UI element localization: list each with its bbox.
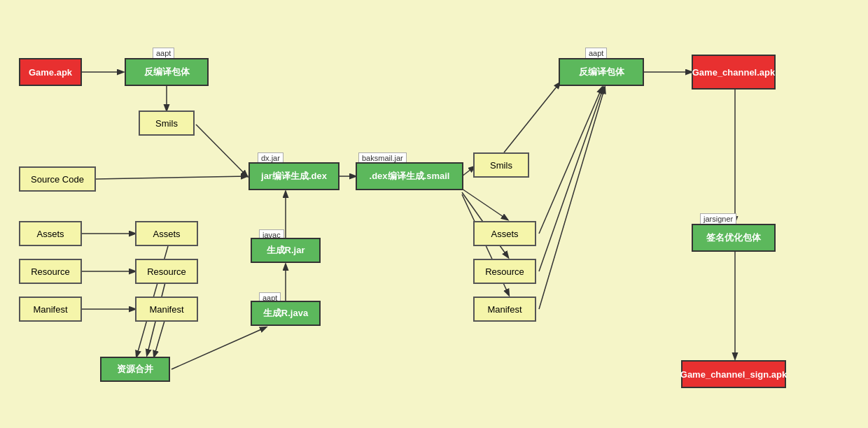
svg-line-3 (96, 176, 247, 179)
game-channel-apk-node: Game_channel.apk (692, 55, 776, 90)
assets-in-node: Assets (19, 221, 82, 246)
svg-line-9 (172, 327, 266, 369)
assets-out-node: Assets (473, 221, 536, 246)
smils2-node: Smils (473, 152, 529, 178)
aapt3-label: aapt (585, 48, 607, 59)
jarsigner-label: jarsigner (700, 213, 736, 224)
gen-r-jar-node: 生成R.jar (251, 238, 321, 263)
manifest-mid-node: Manifest (135, 297, 198, 322)
resource-out-node: Resource (473, 259, 536, 284)
aapt1-label: aapt (153, 48, 174, 59)
svg-line-18 (539, 87, 605, 309)
gen-r-java-node: 生成R.java (251, 301, 321, 326)
source-code-node: Source Code (19, 166, 96, 192)
dex-compile-node: .dex编译生成.smail (356, 162, 463, 190)
svg-line-2 (196, 124, 247, 176)
decompile1-node: 反编译包体 (125, 58, 209, 86)
svg-line-6 (504, 83, 560, 152)
game-apk-node: Game.apk (19, 58, 82, 86)
resource-mid-node: Resource (135, 259, 198, 284)
merge-node: 资源合并 (100, 357, 170, 382)
sign-node: 签名优化包体 (692, 224, 776, 252)
smils1-node: Smils (139, 110, 195, 136)
game-channel-sign-node: Game_channel_sign.apk (681, 360, 786, 388)
svg-line-16 (539, 87, 602, 234)
manifest-out-node: Manifest (473, 297, 536, 322)
manifest-in-node: Manifest (19, 297, 82, 322)
decompile2-node: 反编译包体 (559, 58, 644, 86)
assets-mid-node: Assets (135, 221, 198, 246)
resource-in-node: Resource (19, 259, 82, 284)
svg-line-19 (462, 189, 507, 220)
svg-line-17 (539, 87, 603, 271)
diagram: Game.apk aapt 反编译包体 Smils Source Code dx… (0, 0, 868, 428)
jar-compile-node: jar编译生成.dex (248, 162, 340, 190)
